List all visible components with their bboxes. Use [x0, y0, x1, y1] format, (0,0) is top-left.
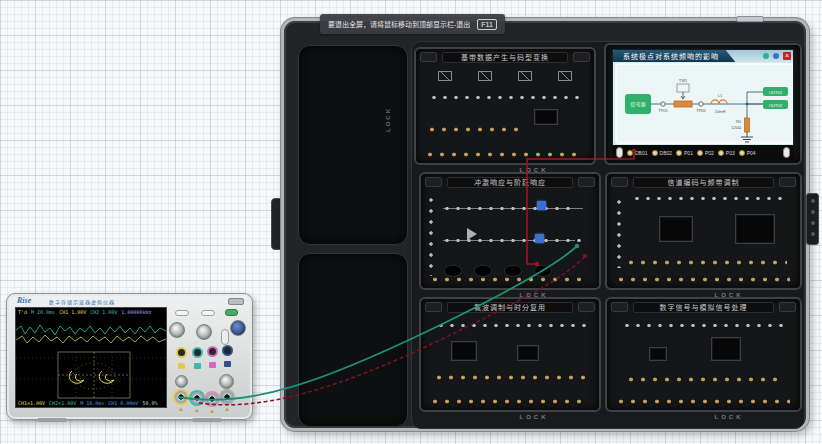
ic-chip — [649, 347, 667, 361]
connector-row[interactable] — [428, 125, 524, 134]
position-knob-left[interactable] — [175, 375, 188, 388]
connector-p04[interactable]: P04 — [739, 150, 756, 156]
module-title: 冲激响应与阶跃响应 — [447, 177, 573, 188]
connector-db01[interactable]: DB01 — [627, 150, 648, 156]
connector-row[interactable] — [431, 397, 589, 406]
ic-chip — [735, 214, 775, 244]
lock-label-vertical: LOCK — [385, 107, 391, 132]
ch2-bnc-input[interactable] — [191, 392, 203, 404]
probe-tag-icon: ▲ — [178, 406, 184, 412]
module-title: 载波调制与时分复用 — [447, 302, 573, 313]
ch4-menu-button[interactable] — [224, 361, 231, 367]
ground-connector[interactable] — [616, 147, 623, 158]
out1-label: OUT01 — [769, 90, 783, 95]
connector-row[interactable] — [627, 258, 787, 267]
ic-chip — [517, 345, 539, 361]
menu-button[interactable] — [201, 310, 215, 316]
module-corner-chip — [573, 52, 590, 62]
ground-connector[interactable] — [783, 147, 790, 158]
probe-tag-icon: ▲ — [194, 407, 200, 413]
horizontal-scale-knob[interactable] — [169, 322, 185, 338]
scope-control-panel: ▲ ▲ ▲ ▲ — [169, 307, 249, 416]
fullscreen-tooltip: 要退出全屏，请将鼠标移动到顶部显示栏-退出 F11 — [320, 14, 505, 34]
ic-chip — [451, 341, 477, 361]
scope-model-label: 数字存储示波器虚拟仪器 — [49, 298, 115, 305]
module-corner-chip — [578, 302, 595, 312]
connector-row[interactable] — [617, 275, 790, 284]
scope-power-button[interactable] — [228, 298, 244, 305]
module-corner-chip — [425, 302, 442, 312]
connector-row[interactable] — [627, 375, 783, 384]
scope-display: T'd M 20.0ms CH1 1.00V CH2 1.00V 1.00000… — [15, 307, 167, 408]
run-stop-button[interactable] — [225, 309, 238, 316]
window-minimize-icon[interactable] — [763, 53, 769, 59]
out2-label: OUT02 — [769, 103, 783, 108]
connector-row[interactable] — [430, 93, 580, 102]
schematic-display: 系统极点对系统频响的影响 × 信号源 TP01 TW1 — [612, 49, 794, 147]
screen-connector-strip: DB01 DB02 P01 P02 P03 P04 — [612, 145, 794, 160]
connector-p01[interactable]: P01 — [676, 150, 693, 156]
case-lid-panel-bottom — [298, 253, 408, 427]
menu-button[interactable] — [175, 310, 189, 316]
module-display-screen[interactable]: 系统极点对系统频响的影响 × 信号源 TP01 TW1 — [604, 43, 802, 165]
connector-column[interactable] — [427, 196, 435, 276]
schematic-window-title: 系统极点对系统频响的影响 — [623, 51, 719, 61]
module-corner-chip — [425, 177, 442, 187]
connector-column[interactable] — [615, 198, 623, 268]
connector-p02[interactable]: P02 — [697, 150, 714, 156]
vertical-scale-knob[interactable] — [196, 324, 212, 340]
position-knob-right[interactable] — [219, 374, 234, 389]
ch3-menu-button[interactable] — [209, 362, 216, 368]
tp01-label: TP01 — [658, 108, 668, 113]
schematic-canvas: 信号源 TP01 TW1 TP02 L1 10mH — [613, 62, 793, 146]
ch2-menu-button[interactable] — [194, 363, 201, 369]
tp02-label: TP02 — [696, 108, 706, 113]
ic-chip — [659, 216, 693, 242]
case-right-connector-block — [806, 193, 819, 245]
module-corner-chip — [779, 302, 796, 312]
module-impulse-step-response[interactable]: 冲激响应与阶跃响应 — [419, 172, 601, 290]
component-symbol-icon — [518, 71, 532, 81]
connector-row[interactable] — [617, 397, 790, 406]
lock-label: LOCK — [701, 414, 757, 420]
rlc-schematic: 信号源 TP01 TW1 TP02 L1 10mH — [613, 62, 794, 146]
trigger-level-knob[interactable] — [230, 320, 246, 336]
connector-row[interactable] — [443, 236, 583, 245]
connector-row[interactable] — [426, 150, 584, 159]
ch4-select-ring[interactable] — [222, 345, 233, 356]
case-lid-panel-top — [298, 45, 408, 245]
module-baseband-codec[interactable]: 基带数据产生与码型变换 — [414, 47, 596, 165]
ch4-bnc-input[interactable] — [221, 391, 233, 403]
ch3-select-ring[interactable] — [207, 346, 218, 357]
ch1-bnc-input[interactable] — [175, 391, 187, 403]
module-carrier-tdm[interactable]: 载波调制与时分复用 — [419, 297, 601, 412]
module-corner-chip — [779, 177, 796, 187]
coil-value: 10mH — [715, 109, 726, 114]
connector-row[interactable] — [623, 321, 783, 330]
module-signal-processing[interactable]: 数字信号与模拟信号处理 — [605, 297, 802, 412]
source-label: 信号源 — [630, 101, 645, 108]
trigger-slider[interactable] — [221, 329, 229, 345]
connector-row[interactable] — [443, 204, 573, 213]
module-channel-coding[interactable]: 信道编码与频带调制 — [605, 172, 802, 290]
connector-row[interactable] — [437, 321, 587, 330]
connector-p03[interactable]: P03 — [718, 150, 735, 156]
desktop: { "tooltip": { "text": "要退出全屏，请将鼠标移动到顶部显… — [0, 0, 822, 444]
module-corner-chip — [611, 302, 628, 312]
window-help-icon[interactable] — [773, 53, 779, 59]
connector-row[interactable] — [633, 194, 783, 203]
connector-row[interactable] — [435, 373, 589, 382]
connector-row[interactable] — [431, 275, 589, 284]
selected-component-highlight[interactable] — [535, 234, 544, 243]
ch2-select-ring[interactable] — [192, 347, 203, 358]
connector-db02[interactable]: DB02 — [652, 150, 673, 156]
window-close-icon[interactable]: × — [783, 52, 791, 60]
scope-top-statusbar: T'd M 20.0ms CH1 1.00V CH2 1.00V 1.00000… — [18, 309, 164, 315]
ch3-bnc-input[interactable] — [206, 393, 218, 405]
component-symbol-icon — [438, 71, 452, 81]
ch1-select-ring[interactable] — [176, 347, 187, 358]
ch1-menu-button[interactable] — [178, 363, 185, 369]
module-corner-chip — [611, 177, 628, 187]
module-title: 信道编码与频带调制 — [633, 177, 774, 188]
selected-component-highlight[interactable] — [537, 201, 546, 210]
